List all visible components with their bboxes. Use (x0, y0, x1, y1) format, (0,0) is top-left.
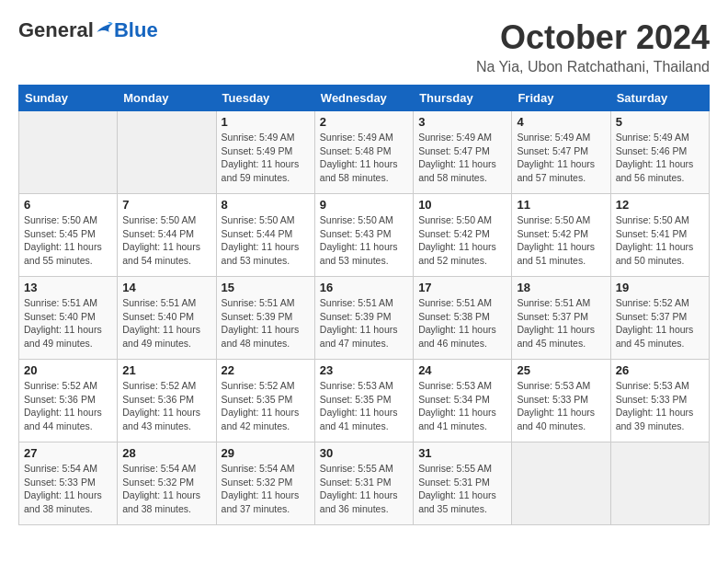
day-number: 20 (24, 363, 112, 377)
day-header-tuesday: Tuesday (216, 86, 314, 111)
day-number: 27 (24, 446, 112, 460)
calendar-cell: 13Sunrise: 5:51 AM Sunset: 5:40 PM Dayli… (19, 277, 118, 360)
day-detail: Sunrise: 5:51 AM Sunset: 5:39 PM Dayligh… (320, 296, 408, 350)
day-detail: Sunrise: 5:55 AM Sunset: 5:31 PM Dayligh… (418, 462, 506, 516)
day-number: 6 (24, 198, 112, 212)
day-number: 7 (122, 198, 210, 212)
month-title: October 2024 (476, 18, 710, 57)
calendar-cell: 5Sunrise: 5:49 AM Sunset: 5:46 PM Daylig… (610, 111, 709, 194)
day-number: 14 (122, 281, 210, 294)
day-detail: Sunrise: 5:51 AM Sunset: 5:39 PM Dayligh… (222, 296, 310, 350)
day-number: 28 (122, 446, 210, 460)
calendar-cell: 28Sunrise: 5:54 AM Sunset: 5:32 PM Dayli… (118, 442, 216, 525)
calendar-week-row: 27Sunrise: 5:54 AM Sunset: 5:33 PM Dayli… (19, 442, 710, 525)
day-detail: Sunrise: 5:50 AM Sunset: 5:42 PM Dayligh… (418, 213, 506, 268)
day-detail: Sunrise: 5:55 AM Sunset: 5:31 PM Dayligh… (320, 462, 408, 516)
day-number: 29 (222, 446, 310, 460)
calendar-cell: 24Sunrise: 5:53 AM Sunset: 5:34 PM Dayli… (414, 360, 512, 442)
day-number: 9 (320, 198, 408, 212)
day-number: 10 (418, 198, 506, 212)
day-number: 11 (517, 198, 605, 212)
day-detail: Sunrise: 5:52 AM Sunset: 5:36 PM Dayligh… (24, 379, 112, 433)
calendar-cell: 21Sunrise: 5:52 AM Sunset: 5:36 PM Dayli… (118, 360, 216, 442)
day-detail: Sunrise: 5:50 AM Sunset: 5:43 PM Dayligh… (320, 213, 408, 268)
calendar-cell: 19Sunrise: 5:52 AM Sunset: 5:37 PM Dayli… (610, 277, 709, 360)
calendar-cell: 30Sunrise: 5:55 AM Sunset: 5:31 PM Dayli… (314, 442, 413, 525)
day-number: 19 (616, 281, 704, 294)
calendar-cell: 26Sunrise: 5:53 AM Sunset: 5:33 PM Dayli… (610, 360, 709, 442)
day-number: 16 (320, 281, 408, 294)
logo-bird-icon (96, 20, 114, 37)
calendar-header-row: SundayMondayTuesdayWednesdayThursdayFrid… (19, 86, 710, 111)
calendar-cell: 3Sunrise: 5:49 AM Sunset: 5:47 PM Daylig… (414, 111, 512, 194)
day-detail: Sunrise: 5:49 AM Sunset: 5:49 PM Dayligh… (222, 131, 310, 185)
calendar-cell: 20Sunrise: 5:52 AM Sunset: 5:36 PM Dayli… (19, 360, 118, 442)
day-number: 25 (517, 363, 605, 377)
day-detail: Sunrise: 5:50 AM Sunset: 5:42 PM Dayligh… (517, 213, 605, 268)
calendar-cell (118, 111, 216, 194)
calendar-week-row: 13Sunrise: 5:51 AM Sunset: 5:40 PM Dayli… (19, 277, 710, 360)
day-detail: Sunrise: 5:51 AM Sunset: 5:40 PM Dayligh… (24, 296, 112, 350)
calendar-cell: 2Sunrise: 5:49 AM Sunset: 5:48 PM Daylig… (314, 111, 413, 194)
day-number: 30 (320, 446, 408, 460)
day-detail: Sunrise: 5:51 AM Sunset: 5:40 PM Dayligh… (122, 296, 210, 350)
day-number: 18 (517, 281, 605, 294)
day-number: 12 (616, 198, 704, 212)
calendar-cell: 17Sunrise: 5:51 AM Sunset: 5:38 PM Dayli… (414, 277, 512, 360)
day-number: 2 (320, 115, 408, 129)
day-number: 21 (122, 363, 210, 377)
day-detail: Sunrise: 5:49 AM Sunset: 5:46 PM Dayligh… (616, 131, 704, 185)
calendar-cell: 22Sunrise: 5:52 AM Sunset: 5:35 PM Dayli… (216, 360, 314, 442)
day-detail: Sunrise: 5:50 AM Sunset: 5:44 PM Dayligh… (122, 213, 210, 268)
day-number: 8 (222, 198, 310, 212)
calendar-cell: 29Sunrise: 5:54 AM Sunset: 5:32 PM Dayli… (216, 442, 314, 525)
day-detail: Sunrise: 5:52 AM Sunset: 5:37 PM Dayligh… (616, 296, 704, 350)
day-detail: Sunrise: 5:51 AM Sunset: 5:38 PM Dayligh… (418, 296, 506, 350)
calendar-cell: 9Sunrise: 5:50 AM Sunset: 5:43 PM Daylig… (314, 194, 413, 277)
day-header-monday: Monday (118, 86, 216, 111)
calendar-cell: 25Sunrise: 5:53 AM Sunset: 5:33 PM Dayli… (512, 360, 610, 442)
calendar-cell: 14Sunrise: 5:51 AM Sunset: 5:40 PM Dayli… (118, 277, 216, 360)
day-number: 24 (418, 363, 506, 377)
calendar-cell: 16Sunrise: 5:51 AM Sunset: 5:39 PM Dayli… (314, 277, 413, 360)
day-detail: Sunrise: 5:54 AM Sunset: 5:32 PM Dayligh… (222, 462, 310, 516)
calendar-cell: 1Sunrise: 5:49 AM Sunset: 5:49 PM Daylig… (216, 111, 314, 194)
calendar-table: SundayMondayTuesdayWednesdayThursdayFrid… (18, 85, 710, 525)
logo-general-text: General (18, 18, 94, 42)
day-detail: Sunrise: 5:54 AM Sunset: 5:33 PM Dayligh… (24, 462, 112, 516)
calendar-cell: 12Sunrise: 5:50 AM Sunset: 5:41 PM Dayli… (610, 194, 709, 277)
calendar-cell (610, 442, 709, 525)
calendar-cell (19, 111, 118, 194)
day-detail: Sunrise: 5:52 AM Sunset: 5:36 PM Dayligh… (122, 379, 210, 433)
day-detail: Sunrise: 5:50 AM Sunset: 5:45 PM Dayligh… (24, 213, 112, 268)
day-number: 15 (222, 281, 310, 294)
logo: General Blue (18, 18, 158, 42)
calendar-cell: 23Sunrise: 5:53 AM Sunset: 5:35 PM Dayli… (314, 360, 413, 442)
calendar-cell: 11Sunrise: 5:50 AM Sunset: 5:42 PM Dayli… (512, 194, 610, 277)
day-number: 5 (616, 115, 704, 129)
calendar-cell: 18Sunrise: 5:51 AM Sunset: 5:37 PM Dayli… (512, 277, 610, 360)
day-detail: Sunrise: 5:51 AM Sunset: 5:37 PM Dayligh… (517, 296, 605, 350)
day-detail: Sunrise: 5:54 AM Sunset: 5:32 PM Dayligh… (122, 462, 210, 516)
day-detail: Sunrise: 5:49 AM Sunset: 5:48 PM Dayligh… (320, 131, 408, 185)
day-detail: Sunrise: 5:52 AM Sunset: 5:35 PM Dayligh… (222, 379, 310, 433)
calendar-cell: 7Sunrise: 5:50 AM Sunset: 5:44 PM Daylig… (118, 194, 216, 277)
calendar-cell: 27Sunrise: 5:54 AM Sunset: 5:33 PM Dayli… (19, 442, 118, 525)
day-header-sunday: Sunday (19, 86, 118, 111)
day-number: 17 (418, 281, 506, 294)
day-detail: Sunrise: 5:53 AM Sunset: 5:35 PM Dayligh… (320, 379, 408, 433)
calendar-cell: 6Sunrise: 5:50 AM Sunset: 5:45 PM Daylig… (19, 194, 118, 277)
day-number: 1 (222, 115, 310, 129)
calendar-cell: 15Sunrise: 5:51 AM Sunset: 5:39 PM Dayli… (216, 277, 314, 360)
day-detail: Sunrise: 5:50 AM Sunset: 5:44 PM Dayligh… (222, 213, 310, 268)
day-header-thursday: Thursday (414, 86, 512, 111)
calendar-cell: 31Sunrise: 5:55 AM Sunset: 5:31 PM Dayli… (414, 442, 512, 525)
calendar-cell: 8Sunrise: 5:50 AM Sunset: 5:44 PM Daylig… (216, 194, 314, 277)
day-detail: Sunrise: 5:49 AM Sunset: 5:47 PM Dayligh… (517, 131, 605, 185)
day-detail: Sunrise: 5:49 AM Sunset: 5:47 PM Dayligh… (418, 131, 506, 185)
calendar-week-row: 6Sunrise: 5:50 AM Sunset: 5:45 PM Daylig… (19, 194, 710, 277)
day-number: 22 (222, 363, 310, 377)
day-number: 31 (418, 446, 506, 460)
day-number: 23 (320, 363, 408, 377)
page-header: General Blue October 2024 Na Yia, Ubon R… (18, 18, 710, 75)
